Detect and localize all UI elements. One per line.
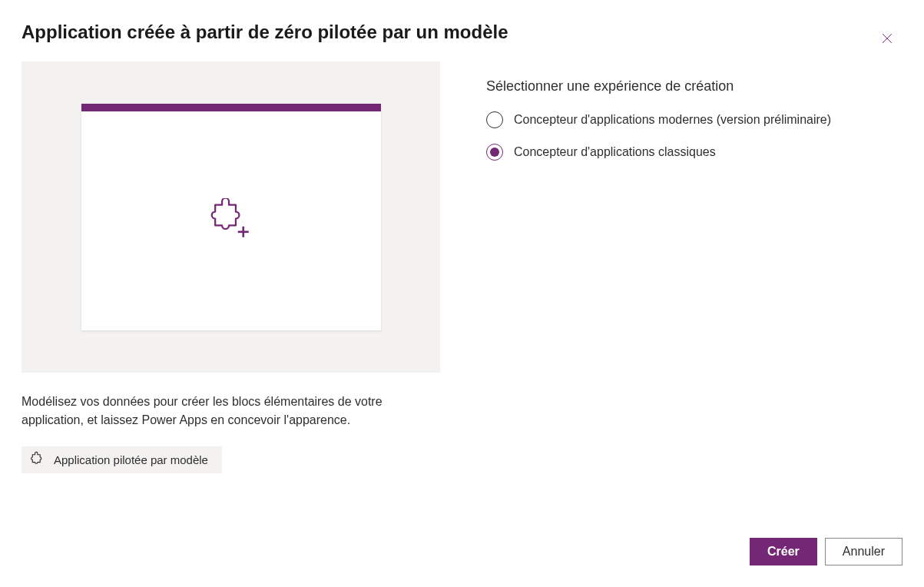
cancel-button[interactable]: Annuler [825,538,902,565]
dialog-footer: Créer Annuler [750,538,902,565]
app-type-tag: Application pilotée par modèle [22,446,222,473]
preview-card [81,104,381,330]
radio-icon [486,111,503,128]
puzzle-icon [29,451,45,469]
dialog-title: Application créée à partir de zéro pilot… [22,22,508,43]
close-icon [879,31,895,49]
preview-card-top-bar [81,104,381,111]
close-button[interactable] [875,28,899,52]
radio-label-classic: Concepteur d'applications classiques [514,145,716,159]
options-column: Sélectionner une expérience de création … [486,61,831,473]
puzzle-plus-icon [210,198,253,244]
radio-icon [486,144,503,161]
radio-option-classic[interactable]: Concepteur d'applications classiques [486,144,831,161]
radio-label-modern: Concepteur d'applications modernes (vers… [514,113,831,127]
dialog-description: Modélisez vos données pour créer les blo… [22,393,440,429]
preview-area [22,61,440,373]
preview-column: Modélisez vos données pour créer les blo… [22,61,440,473]
create-button[interactable]: Créer [750,538,817,565]
experience-heading: Sélectionner une expérience de création [486,78,831,95]
app-type-tag-label: Application pilotée par modèle [54,453,208,466]
preview-card-body [81,111,381,330]
radio-option-modern[interactable]: Concepteur d'applications modernes (vers… [486,111,831,128]
